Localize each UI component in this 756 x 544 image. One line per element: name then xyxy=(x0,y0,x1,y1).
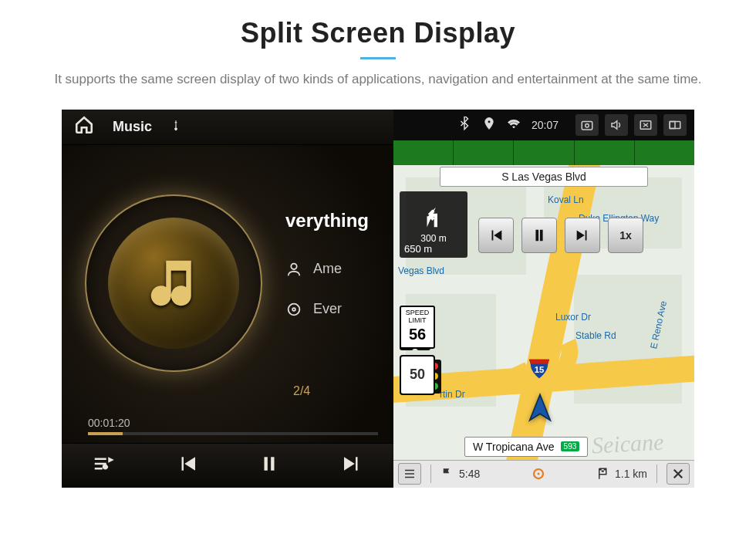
map-media-overlay: 1x xyxy=(478,218,643,253)
screenshot-button[interactable] xyxy=(575,114,599,136)
split-view-button[interactable] xyxy=(663,114,687,136)
close-window-button[interactable] xyxy=(634,114,657,136)
genre-name: Ever xyxy=(313,301,342,317)
time-elapsed: 00:01:20 xyxy=(88,417,130,429)
nav-pane: 20:07 Koval Ln Du xyxy=(393,110,694,488)
disc-icon xyxy=(285,301,302,318)
svg-point-1 xyxy=(289,303,300,315)
turn-instruction: 300 m 650 m xyxy=(400,191,467,258)
genre-row: Ever xyxy=(285,301,369,318)
svg-point-11 xyxy=(537,473,539,475)
dest-arrow-5[interactable] xyxy=(635,140,694,165)
page-title: Split Screen Display xyxy=(0,17,756,49)
turn-distance-secondary: 300 m xyxy=(420,233,446,244)
speed-limit-sign: SPEED LIMIT 56 xyxy=(400,306,435,349)
svg-rect-8 xyxy=(670,121,675,128)
street-label-vegas: Vegas Blvd xyxy=(398,265,444,276)
vehicle-cursor-icon xyxy=(525,392,555,423)
dest-arrow-1[interactable] xyxy=(393,140,454,165)
playlist-button[interactable] xyxy=(92,452,115,478)
destination-bar xyxy=(393,140,694,165)
map-menu-button[interactable] xyxy=(398,463,421,485)
checkered-flag-icon xyxy=(596,467,610,481)
overlay-prev-button[interactable] xyxy=(478,218,514,253)
music-note-icon xyxy=(143,253,204,313)
music-controls xyxy=(62,443,393,488)
device-screenshot: Music verything Ame Ever 2/ xyxy=(62,110,694,488)
speed-limit-value: 56 xyxy=(401,326,434,343)
svg-rect-4 xyxy=(582,121,592,130)
street-label-luxor: Luxor Dr xyxy=(555,312,591,323)
remaining-distance: 1.1 km xyxy=(615,468,647,480)
speed-limit-label: SPEED LIMIT xyxy=(401,309,434,325)
music-pane: Music verything Ame Ever 2/ xyxy=(62,110,393,488)
next-button[interactable] xyxy=(340,452,363,478)
track-title: verything xyxy=(285,210,369,231)
home-icon[interactable] xyxy=(74,115,94,138)
dest-arrow-4[interactable] xyxy=(575,140,635,165)
svg-rect-13 xyxy=(604,468,606,470)
street-label-koval: Koval Ln xyxy=(548,194,584,205)
svg-rect-12 xyxy=(599,468,602,470)
title-underline xyxy=(360,57,396,59)
dest-arrow-3[interactable] xyxy=(514,140,574,165)
music-app-title: Music xyxy=(113,119,152,135)
usb-icon xyxy=(170,118,181,135)
pause-button[interactable] xyxy=(259,452,279,478)
target-icon xyxy=(532,467,545,481)
overlay-next-button[interactable] xyxy=(565,218,600,253)
overlay-pause-button[interactable] xyxy=(521,218,557,253)
svg-point-5 xyxy=(586,123,589,127)
track-metadata: verything Ame Ever xyxy=(285,210,369,318)
status-bar: 20:07 xyxy=(393,110,694,140)
interstate-shield: 15 xyxy=(528,356,551,380)
wifi-icon xyxy=(507,117,521,133)
route-sign: 50 xyxy=(400,355,435,395)
turn-distance-primary: 650 m xyxy=(404,243,432,255)
album-art xyxy=(85,194,262,372)
music-top-bar: Music xyxy=(62,110,393,145)
location-icon xyxy=(482,117,496,133)
volume-button[interactable] xyxy=(605,114,628,136)
progress-bar[interactable] xyxy=(88,432,378,435)
svg-rect-14 xyxy=(602,471,604,472)
overlay-speed-button[interactable]: 1x xyxy=(608,218,643,253)
street-label-martin: rtin Dr xyxy=(440,389,465,400)
prev-button[interactable] xyxy=(176,452,199,478)
artist-row: Ame xyxy=(285,261,369,278)
status-time: 20:07 xyxy=(532,119,559,131)
artist-name: Ame xyxy=(313,261,342,277)
svg-text:15: 15 xyxy=(535,364,545,373)
turn-left-icon xyxy=(418,205,449,231)
page-subtitle: It supports the same screen display of t… xyxy=(46,70,710,90)
current-street-banner: W Tropicana Ave 593 xyxy=(464,437,588,457)
street-label-stable: Stable Rd xyxy=(575,330,616,341)
svg-point-2 xyxy=(292,308,295,311)
bluetooth-icon xyxy=(457,117,471,133)
dest-arrow-2[interactable] xyxy=(454,140,514,165)
svg-point-0 xyxy=(291,263,296,269)
current-street-name: W Tropicana Ave xyxy=(473,441,555,453)
map-bottom-bar: 5:48 1.1 km xyxy=(393,460,694,488)
flag-icon xyxy=(440,467,454,481)
top-road-name: S Las Vegas Blvd xyxy=(440,167,648,187)
person-icon xyxy=(285,261,302,278)
svg-point-3 xyxy=(488,120,491,123)
nav-close-button[interactable] xyxy=(667,463,690,485)
exit-number: 593 xyxy=(561,441,580,451)
track-position: 2/4 xyxy=(293,384,310,398)
eta-value: 5:48 xyxy=(459,468,480,480)
